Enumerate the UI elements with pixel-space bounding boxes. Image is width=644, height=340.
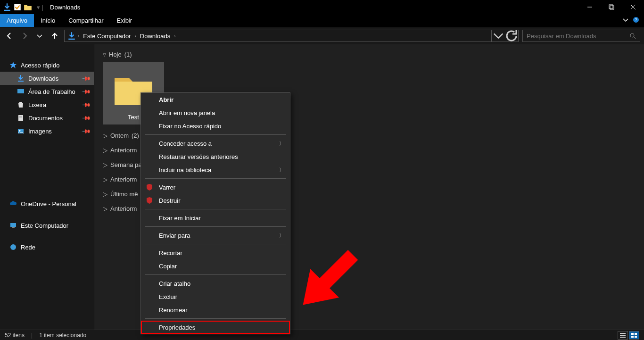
status-item-count: 52 itens [5,332,25,339]
svg-rect-8 [18,115,23,121]
close-button[interactable] [622,0,644,14]
computer-icon [9,222,17,229]
star-icon [9,61,17,69]
refresh-icon[interactable] [505,30,518,41]
cloud-icon [9,200,17,207]
sidebar-this-pc[interactable]: Este Computador [0,219,94,232]
nav-forward-button[interactable] [19,30,30,41]
breadcrumb-sep-icon: › [135,33,136,39]
ctx-pin-start[interactable]: Fixar em Iniciar [141,211,290,224]
ctx-include-library[interactable]: Incluir na biblioteca〉 [141,163,290,176]
search-icon [629,33,636,39]
svg-text:?: ? [635,17,637,22]
ctx-pin-quick-access[interactable]: Fixar no Acesso rápido [141,119,290,133]
ctx-properties[interactable]: Propriedades [141,321,290,334]
ctx-rename[interactable]: Renomear [141,303,290,316]
sidebar-network[interactable]: Rede [0,240,94,254]
svg-rect-22 [635,333,637,335]
ctx-open[interactable]: Abrir [141,93,290,106]
address-bar[interactable]: › Este Computador › Downloads › [64,30,519,42]
sidebar-quick-access[interactable]: Acesso rápido [0,58,94,72]
recycle-icon [17,101,25,108]
group-count: (1) [124,51,132,58]
pin-icon: 📌 [82,100,91,110]
desktop-icon [17,88,25,95]
sidebar: Acesso rápido Downloads 📌 Área de Trabal… [0,44,94,330]
ribbon-tab-file[interactable]: Arquivo [0,14,34,27]
ctx-delete[interactable]: Excluir [141,290,290,303]
ribbon-collapse-icon[interactable] [622,17,629,25]
group-header-today[interactable]: ▽ Hoje (1) [103,51,636,58]
ribbon: Arquivo Início Compartilhar Exibir ? [0,14,644,27]
address-download-icon [67,32,76,40]
quick-save-icon[interactable] [13,3,22,11]
ctx-separator [145,178,286,179]
help-icon[interactable]: ? [633,17,639,25]
ctx-destroy[interactable]: Destruir [141,194,290,207]
ctx-copy[interactable]: Copiar [141,259,290,273]
svg-rect-1 [609,5,613,8]
breadcrumb-this-pc[interactable]: Este Computador [81,33,132,40]
ctx-grant-access[interactable]: Conceder acesso a〉 [141,137,290,150]
download-icon [17,75,25,82]
group-label: Ontem [110,132,129,139]
ctx-send-to[interactable]: Enviar para〉 [141,229,290,242]
svg-rect-7 [19,102,22,103]
breadcrumb-downloads[interactable]: Downloads [138,33,172,40]
annotation-arrow-icon [283,238,368,325]
sidebar-item-label: Imagens [28,128,52,135]
ctx-cut[interactable]: Recortar [141,246,290,259]
pin-icon: 📌 [82,87,91,97]
breadcrumb-sep-icon: › [78,33,79,39]
ctx-scan[interactable]: Varrer [141,181,290,194]
sidebar-item-label: OneDrive - Personal [21,200,76,207]
svg-point-5 [630,33,634,37]
network-icon [9,243,17,251]
status-selection: 1 item selecionado [39,332,86,339]
search-box[interactable] [522,30,640,42]
chevron-right-icon: ▷ [103,132,107,139]
sidebar-item-label: Este Computador [21,222,68,229]
sidebar-item-label: Acesso rápido [21,62,59,69]
svg-rect-0 [14,4,21,10]
view-large-icons-button[interactable] [629,331,639,340]
nav-up-button[interactable] [49,30,60,41]
ctx-separator [145,318,286,319]
sidebar-item-label: Lixeira [28,101,46,108]
sidebar-item-label: Rede [21,244,35,251]
svg-rect-6 [17,89,24,93]
ribbon-tab-home[interactable]: Início [34,14,62,27]
ribbon-tab-view[interactable]: Exibir [110,14,139,27]
address-dropdown-icon[interactable] [492,30,505,41]
nav-back-button[interactable] [4,30,15,41]
sidebar-item-recycle[interactable]: Lixeira 📌 [0,98,94,111]
sidebar-item-pictures[interactable]: Imagens 📌 [0,124,94,138]
ribbon-tab-share[interactable]: Compartilhar [62,14,110,27]
window-title: Downloads [50,4,80,11]
ctx-open-new-window[interactable]: Abrir em nova janela [141,106,290,119]
view-details-button[interactable] [618,331,628,340]
svg-rect-2 [610,6,614,9]
sidebar-item-label: Downloads [28,75,58,82]
ctx-restore-versions[interactable]: Restaurar versões anteriores [141,150,290,163]
svg-rect-18 [620,333,626,334]
pin-icon: 📌 [82,126,91,136]
search-input[interactable] [527,33,629,40]
sidebar-item-desktop[interactable]: Área de Trabalho 📌 [0,85,94,98]
group-label: Anteriorm [110,147,137,154]
svg-rect-20 [620,337,626,338]
minimize-button[interactable] [579,0,601,14]
nav-history-dropdown[interactable] [34,30,45,41]
svg-rect-24 [635,336,637,338]
group-count: (2) [132,132,139,139]
sidebar-onedrive[interactable]: OneDrive - Personal [0,197,94,210]
group-label: Último mê [110,191,138,198]
ctx-separator [145,274,286,275]
ctx-separator [145,134,286,135]
documents-icon [17,114,25,122]
maximize-button[interactable] [601,0,622,14]
sidebar-item-documents[interactable]: Documentos 📌 [0,111,94,124]
sidebar-item-downloads[interactable]: Downloads 📌 [0,72,94,85]
ctx-create-shortcut[interactable]: Criar atalho [141,277,290,290]
titlebar: ▾ | Downloads [0,0,644,14]
